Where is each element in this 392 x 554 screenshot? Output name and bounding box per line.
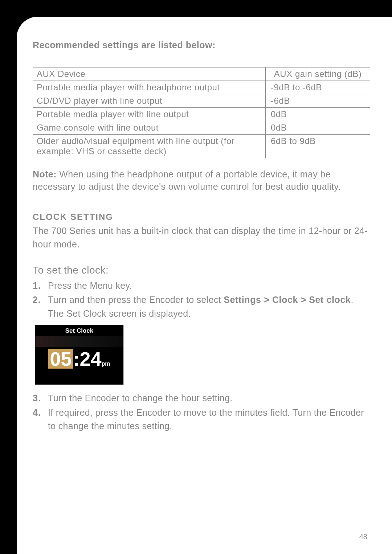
section-description: The 700 Series unit has a built-in clock… — [33, 224, 370, 251]
step-text: Turn and then press the Encoder to selec… — [48, 293, 370, 320]
step-text: If required, press the Encoder to move t… — [48, 406, 370, 433]
note-label: Note: — [33, 169, 57, 179]
step-number: 3. — [33, 391, 48, 405]
step-number: 2. — [33, 293, 48, 320]
clock-colon: : — [73, 348, 80, 370]
header-device: AUX Device — [33, 67, 266, 81]
step-number: 1. — [33, 279, 48, 293]
step-text: Turn the Encoder to change the hour sett… — [48, 391, 370, 405]
clock-ampm: pm — [102, 361, 110, 367]
table-header-row: AUX Device AUX gain setting (dB) — [33, 67, 370, 81]
aux-gain-table: AUX Device AUX gain setting (dB) Portabl… — [33, 67, 370, 158]
note-paragraph: Note: When using the headphone output of… — [33, 168, 370, 193]
menu-path: Settings > Clock > Set clock — [224, 295, 351, 305]
screenshot-title: Set Clock — [35, 327, 123, 335]
step-number: 4. — [33, 406, 48, 433]
cell-gain: -6dB — [266, 94, 370, 108]
cell-gain: 0dB — [266, 121, 370, 135]
cell-device: CD/DVD player with line output — [33, 94, 266, 108]
subheading-set-clock: To set the clock: — [33, 264, 370, 276]
cell-gain: 0dB — [266, 108, 370, 121]
header-gain: AUX gain setting (dB) — [266, 67, 370, 81]
cell-device: Game console with line output — [33, 121, 266, 135]
steps-list-continued: 3. Turn the Encoder to change the hour s… — [33, 391, 370, 433]
screenshot-stripe — [35, 336, 123, 347]
step-1: 1. Press the Menu key. — [33, 279, 370, 293]
note-body: When using the headphone output of a por… — [33, 169, 341, 192]
steps-list: 1. Press the Menu key. 2. Turn and then … — [33, 279, 370, 321]
cell-gain: -9dB to -6dB — [266, 81, 370, 94]
clock-hour-highlighted: 05 — [48, 349, 73, 369]
section-heading-clock: CLOCK SETTING — [33, 212, 370, 222]
cell-device: Older audio/visual equipment with line o… — [33, 135, 266, 158]
step-2: 2. Turn and then press the Encoder to se… — [33, 293, 370, 320]
table-row: Portable media player with line output 0… — [33, 108, 370, 121]
screenshot-time: 05:24pm — [35, 348, 123, 370]
table-row: Older audio/visual equipment with line o… — [33, 135, 370, 158]
step-text-pre: Turn and then press the Encoder to selec… — [48, 295, 224, 305]
set-clock-screenshot: Set Clock 05:24pm — [35, 325, 124, 385]
cell-device: Portable media player with headphone out… — [33, 81, 266, 94]
cell-gain: 6dB to 9dB — [266, 135, 370, 158]
clock-minute: 24 — [79, 348, 101, 370]
table-row: Portable media player with headphone out… — [33, 81, 370, 94]
table-row: CD/DVD player with line output -6dB — [33, 94, 370, 108]
intro-text: Recommended settings are listed below: — [33, 40, 370, 50]
table-row: Game console with line output 0dB — [33, 121, 370, 135]
page-number: 48 — [359, 533, 367, 541]
step-text: Press the Menu key. — [48, 279, 370, 293]
step-3: 3. Turn the Encoder to change the hour s… — [33, 391, 370, 405]
manual-page: Recommended settings are listed below: A… — [17, 17, 392, 554]
cell-device: Portable media player with line output — [33, 108, 266, 121]
step-4: 4. If required, press the Encoder to mov… — [33, 406, 370, 433]
